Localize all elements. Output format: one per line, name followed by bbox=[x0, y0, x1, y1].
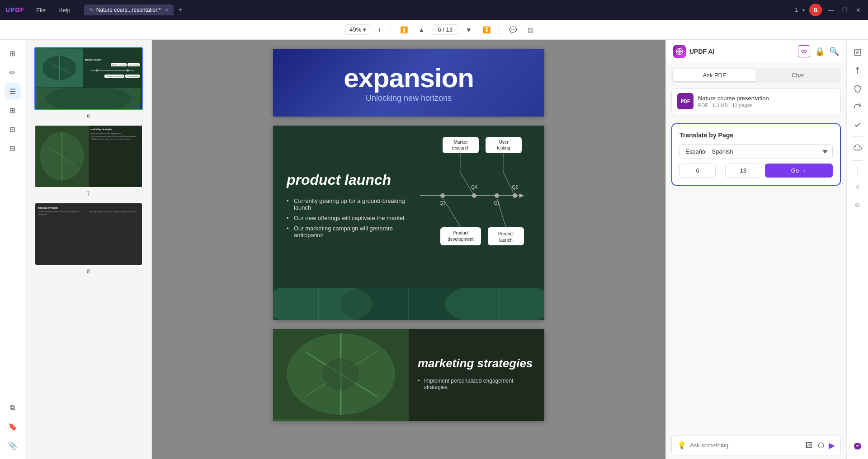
tab-count-chevron: ▾ bbox=[802, 8, 805, 13]
thumbnail-num-8: 8 bbox=[87, 268, 90, 275]
thumbnail-item-6[interactable]: product launch Market research User test… bbox=[31, 47, 146, 119]
ai-title: UPDF AI bbox=[689, 48, 714, 55]
ai-logo-icon bbox=[673, 45, 686, 58]
slide-product-launch-page: product launch • Currently gearing up fo… bbox=[273, 126, 544, 320]
thumbnail-panel: product launch Market research User test… bbox=[25, 40, 152, 459]
page-down-btn[interactable]: ▼ bbox=[462, 24, 476, 35]
svg-text:research: research bbox=[452, 145, 470, 150]
toolbar-sep-2 bbox=[500, 24, 500, 35]
rt-cloud-icon[interactable] bbox=[850, 141, 865, 156]
close-btn[interactable]: ✕ bbox=[854, 7, 863, 14]
zoom-dropdown-icon: ▾ bbox=[363, 26, 366, 33]
svg-point-5 bbox=[45, 88, 131, 109]
rt-import-icon[interactable] bbox=[850, 45, 865, 60]
file-menu[interactable]: File bbox=[32, 5, 50, 15]
page-first-btn[interactable]: ⏫ bbox=[396, 24, 411, 35]
ai-file-info: Nature course presentation PDF · 1.3 MB … bbox=[698, 95, 835, 108]
ai-chat-input[interactable] bbox=[690, 442, 801, 449]
to-page-input[interactable] bbox=[725, 164, 761, 178]
translate-range: - Go → bbox=[679, 164, 833, 178]
ai-chat-area bbox=[666, 189, 846, 431]
slide-expansion-page: expansion Unlocking new horizons bbox=[273, 49, 544, 117]
screenshot-icon[interactable]: ⬡ bbox=[817, 440, 825, 450]
page-up-btn[interactable]: ▲ bbox=[415, 24, 429, 35]
rt-check-icon[interactable] bbox=[850, 117, 865, 132]
active-tab[interactable]: ✎ Nature cours...resentation* × bbox=[84, 5, 174, 15]
doc-viewer[interactable]: expansion Unlocking new horizons product… bbox=[152, 40, 665, 459]
sidebar-bookmark-icon[interactable]: 🔖 bbox=[5, 418, 21, 435]
rt-share-icon[interactable] bbox=[850, 99, 865, 114]
thumbnail-frame-7[interactable]: marketing strategies • Implement persona… bbox=[34, 125, 143, 188]
rt-collapse-right-2[interactable] bbox=[850, 198, 865, 212]
thumbnail-frame-6[interactable]: product launch Market research User test… bbox=[34, 47, 143, 110]
rt-protect-icon[interactable] bbox=[850, 81, 865, 96]
translate-title: Translate by Page bbox=[679, 131, 833, 139]
tab-area: ✎ Nature cours...resentation* × + bbox=[84, 5, 791, 15]
rt-separator bbox=[852, 136, 863, 137]
thumbnail-item-8[interactable]: financial overview Our financial overvie… bbox=[31, 202, 146, 275]
sidebar-stamp-icon[interactable]: ⊡ bbox=[5, 121, 21, 137]
help-menu[interactable]: Help bbox=[54, 5, 75, 15]
svg-point-52 bbox=[678, 50, 681, 53]
zoom-in-btn[interactable]: + bbox=[374, 24, 385, 35]
tab-close-btn[interactable]: × bbox=[165, 7, 168, 13]
svg-point-20 bbox=[495, 193, 499, 198]
restore-btn[interactable]: ❐ bbox=[840, 7, 849, 14]
toolbar-sep-1 bbox=[391, 24, 391, 35]
image-attach-icon[interactable]: 🖼 bbox=[804, 440, 813, 450]
bullet-2: • Our new offerings will captivate the m… bbox=[287, 215, 413, 221]
svg-rect-33 bbox=[488, 227, 524, 245]
minimize-btn[interactable]: — bbox=[826, 7, 836, 14]
range-dash: - bbox=[719, 167, 722, 174]
thumbnail-frame-8[interactable]: financial overview Our financial overvie… bbox=[34, 202, 143, 266]
sidebar-annotate-icon[interactable]: ✏ bbox=[5, 64, 21, 80]
slide-marketing: marketing strategies Implement personali… bbox=[273, 329, 544, 421]
tab-ask-pdf[interactable]: Ask PDF bbox=[673, 69, 756, 81]
svg-marker-17 bbox=[519, 193, 524, 198]
rt-convert-icon[interactable] bbox=[850, 63, 865, 78]
svg-text:testing: testing bbox=[497, 145, 510, 150]
language-select[interactable]: Español - Spanish bbox=[679, 144, 833, 159]
tab-label: Nature cours...resentation* bbox=[96, 7, 161, 13]
tab-chat[interactable]: Chat bbox=[756, 69, 840, 81]
slide-marketing-left bbox=[273, 329, 409, 421]
svg-point-41 bbox=[445, 288, 544, 320]
sidebar-organize-icon[interactable]: ⊞ bbox=[5, 102, 21, 118]
sidebar-compare-icon[interactable]: ⊟ bbox=[5, 140, 21, 156]
ai-header-right: ∞ 🔒 🔍 bbox=[798, 45, 839, 57]
zoom-out-btn[interactable]: − bbox=[331, 24, 342, 35]
left-sidebar: ⊞ ✏ ☰ ⊞ ⊡ ⊟ ⧉ 🔖 📎 bbox=[0, 40, 25, 459]
page-last-btn[interactable]: ⏬ bbox=[479, 24, 494, 35]
sidebar-home-icon[interactable]: ⊞ bbox=[5, 45, 21, 61]
ai-tab-bar: Ask PDF Chat bbox=[671, 68, 841, 83]
rt-ai-chat-icon[interactable] bbox=[850, 439, 865, 454]
translate-go-btn[interactable]: Go → bbox=[765, 164, 833, 178]
app-logo: UPDF bbox=[5, 6, 24, 14]
user-avatar[interactable]: B bbox=[809, 4, 822, 16]
ai-lock-icon[interactable]: 🔒 bbox=[815, 47, 825, 56]
tab-add-btn[interactable]: + bbox=[175, 6, 185, 14]
expansion-title: expansion bbox=[344, 62, 474, 94]
lightbulb-icon[interactable]: 💡 bbox=[677, 441, 686, 450]
svg-text:Product: Product bbox=[498, 231, 514, 236]
ai-search-icon[interactable]: 🔍 bbox=[829, 47, 839, 56]
comment-btn[interactable]: 💬 bbox=[505, 24, 520, 35]
toolbar: − 49% ▾ + ⏫ ▲ 6 / 13 ▼ ⏬ 💬 ▦ bbox=[0, 20, 868, 40]
ai-file-name: Nature course presentation bbox=[698, 95, 835, 102]
from-page-input[interactable] bbox=[679, 164, 716, 178]
thumbnail-item-7[interactable]: marketing strategies • Implement persona… bbox=[31, 125, 146, 197]
zoom-display[interactable]: 49% ▾ bbox=[345, 24, 370, 35]
total-pages: 13 bbox=[446, 26, 453, 33]
infinity-icon[interactable]: ∞ bbox=[798, 45, 810, 57]
sidebar-paperclip-icon[interactable]: 📎 bbox=[5, 437, 21, 454]
sidebar-pages-icon[interactable]: ☰ bbox=[5, 83, 21, 99]
sidebar-layers-icon[interactable]: ⧉ bbox=[5, 399, 21, 416]
view-mode-btn[interactable]: ▦ bbox=[524, 24, 537, 35]
svg-text:Q4: Q4 bbox=[471, 185, 477, 190]
svg-point-50 bbox=[323, 358, 359, 390]
slide-marketing-right: marketing strategies Implement personali… bbox=[409, 329, 544, 421]
main-content: ⊞ ✏ ☰ ⊞ ⊡ ⊟ ⧉ 🔖 📎 bbox=[0, 40, 868, 459]
svg-line-28 bbox=[461, 173, 474, 196]
send-btn[interactable]: ▶ bbox=[829, 440, 835, 450]
rt-collapse-right[interactable] bbox=[850, 180, 865, 194]
